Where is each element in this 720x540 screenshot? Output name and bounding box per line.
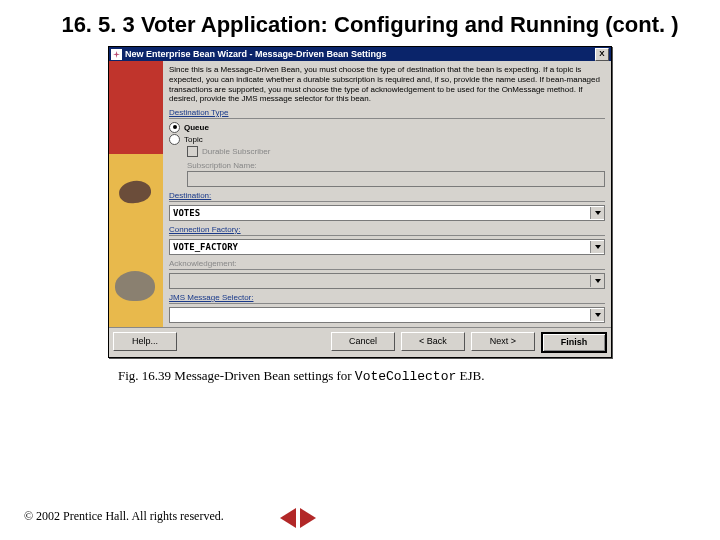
- close-button[interactable]: X: [595, 48, 609, 61]
- caption-code: VoteCollector: [355, 369, 456, 384]
- radio-queue-row[interactable]: Queue: [169, 122, 605, 133]
- dialog-title: New Enterprise Bean Wizard - Message-Dri…: [125, 49, 595, 59]
- figure-caption: Fig. 16.39 Message-Driven Bean settings …: [118, 368, 720, 384]
- next-button[interactable]: Next >: [471, 332, 535, 351]
- divider: [169, 201, 605, 202]
- destination-value: VOTES: [170, 208, 590, 218]
- durable-row: Durable Subscriber: [187, 146, 605, 157]
- durable-checkbox: [187, 146, 198, 157]
- destination-type-label[interactable]: Destination Type: [169, 108, 605, 117]
- instructions-text: Since this is a Message-Driven Bean, you…: [169, 65, 605, 103]
- divider: [169, 303, 605, 304]
- help-button[interactable]: Help...: [113, 332, 177, 351]
- caption-prefix: Fig. 16.39 Message-Driven Bean settings …: [118, 368, 355, 383]
- app-icon: [111, 49, 122, 60]
- radio-topic-label: Topic: [184, 135, 203, 144]
- connection-factory-combo[interactable]: VOTE_FACTORY: [169, 239, 605, 255]
- subscription-name-input: [187, 171, 605, 187]
- chevron-down-icon[interactable]: [590, 241, 604, 253]
- acknowledgement-label: Acknowledgement:: [169, 259, 605, 268]
- divider: [169, 235, 605, 236]
- wizard-side-graphic: [109, 61, 163, 326]
- connection-factory-label[interactable]: Connection Factory:: [169, 225, 605, 234]
- divider: [169, 269, 605, 270]
- acknowledgement-combo: [169, 273, 605, 289]
- bean-icon: [118, 179, 153, 205]
- bean-icon: [115, 271, 155, 301]
- jms-selector-combo[interactable]: [169, 307, 605, 323]
- cancel-button[interactable]: Cancel: [331, 332, 395, 351]
- figure: New Enterprise Bean Wizard - Message-Dri…: [108, 46, 612, 357]
- radio-topic-row[interactable]: Topic: [169, 134, 605, 145]
- spacer: [183, 332, 325, 353]
- subscription-name-label: Subscription Name:: [187, 161, 605, 170]
- slide-nav: [280, 508, 316, 528]
- radio-queue-label: Queue: [184, 123, 209, 132]
- next-slide-button[interactable]: [300, 508, 316, 528]
- jms-selector-label[interactable]: JMS Message Selector:: [169, 293, 605, 302]
- dialog-body: Since this is a Message-Driven Bean, you…: [109, 61, 611, 326]
- form-area: Since this is a Message-Driven Bean, you…: [163, 61, 611, 326]
- finish-button[interactable]: Finish: [541, 332, 607, 353]
- copyright-text: © 2002 Prentice Hall. All rights reserve…: [24, 509, 224, 524]
- chevron-down-icon[interactable]: [590, 309, 604, 321]
- titlebar: New Enterprise Bean Wizard - Message-Dri…: [109, 47, 611, 61]
- durable-label: Durable Subscriber: [202, 147, 270, 156]
- button-row: Help... Cancel < Back Next > Finish: [109, 327, 611, 357]
- caption-suffix: EJB.: [456, 368, 484, 383]
- chevron-down-icon[interactable]: [590, 207, 604, 219]
- radio-topic[interactable]: [169, 134, 180, 145]
- divider: [169, 118, 605, 119]
- destination-label[interactable]: Destination:: [169, 191, 605, 200]
- prev-slide-button[interactable]: [280, 508, 296, 528]
- radio-queue[interactable]: [169, 122, 180, 133]
- wizard-dialog: New Enterprise Bean Wizard - Message-Dri…: [108, 46, 612, 357]
- back-button[interactable]: < Back: [401, 332, 465, 351]
- chevron-down-icon: [590, 275, 604, 287]
- destination-combo[interactable]: VOTES: [169, 205, 605, 221]
- connection-factory-value: VOTE_FACTORY: [170, 242, 590, 252]
- slide-title: 16. 5. 3 Voter Application: Configuring …: [0, 0, 720, 44]
- footer-copyright: © 2002 Prentice Hall. All rights reserve…: [24, 509, 224, 524]
